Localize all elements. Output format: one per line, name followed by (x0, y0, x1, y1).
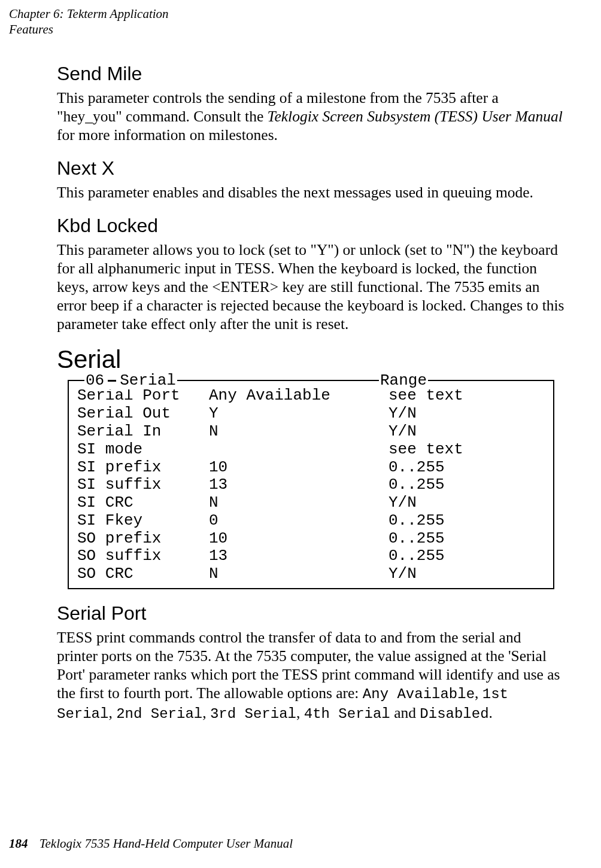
cell-value: 10 (209, 459, 388, 477)
cell-name: SI prefix (77, 459, 209, 477)
manual-title: Teklogix 7535 Hand-Held Computer User Ma… (40, 836, 293, 851)
cell-range: Y/N (388, 423, 548, 441)
table-row: SI CRC N Y/N (77, 494, 548, 512)
table-row: SI Fkey 0 0..255 (77, 512, 548, 530)
serial-panel: 06 Serial Range Serial Port Any Availabl… (68, 380, 554, 589)
cell-name: SI CRC (77, 494, 209, 512)
sep: , (202, 704, 210, 721)
manual-title-ital: Teklogix Screen Subsystem (TESS) User Ma… (268, 108, 563, 125)
table-row: SI mode see text (77, 441, 548, 459)
header-chapter: Chapter 6: Tekterm Application (9, 6, 565, 22)
cell-name: Serial In (77, 423, 209, 441)
option-2nd-serial: 2nd Serial (116, 706, 202, 722)
cell-name: SO CRC (77, 565, 209, 583)
option-any-available: Any Available (363, 686, 475, 702)
heading-serial-port: Serial Port (57, 602, 565, 625)
content: Send Mile This parameter controls the se… (57, 63, 565, 723)
period: . (489, 704, 493, 721)
table-row: SO prefix 10 0..255 (77, 530, 548, 548)
cell-value: 0 (209, 512, 388, 530)
cell-name: SO suffix (77, 547, 209, 565)
cell-range: 0..255 (388, 512, 548, 530)
option-disabled: Disabled (420, 706, 488, 722)
cell-value: N (209, 423, 388, 441)
cell-value: N (209, 494, 388, 512)
option-4th-serial: 4th Serial (304, 706, 390, 722)
header-section: Features (9, 22, 565, 37)
cell-name: SI suffix (77, 476, 209, 494)
cell-range: see text (388, 387, 548, 405)
option-3rd-serial: 3rd Serial (210, 706, 296, 722)
table-row: Serial Out Y Y/N (77, 405, 548, 423)
cell-range: 0..255 (388, 476, 548, 494)
cell-value: N (209, 565, 388, 583)
table-row: Serial In N Y/N (77, 423, 548, 441)
cell-value: 13 (209, 547, 388, 565)
page-number: 184 (9, 836, 28, 851)
heading-send-mile: Send Mile (57, 63, 565, 85)
table-row: SO CRC N Y/N (77, 565, 548, 583)
heading-next-x: Next X (57, 157, 565, 179)
cell-range: Y/N (388, 405, 548, 423)
cell-name: SI mode (77, 441, 209, 459)
serial-panel-box: Serial Port Any Available see text Seria… (68, 380, 554, 589)
paragraph-kbd-locked: This parameter allows you to lock (set t… (57, 240, 565, 334)
table-row: SI suffix 13 0..255 (77, 476, 548, 494)
paragraph-send-mile: This parameter controls the sending of a… (57, 89, 565, 144)
cell-name: Serial Out (77, 405, 209, 423)
cell-range: see text (388, 441, 548, 459)
and-word: and (390, 704, 420, 721)
table-row: SI prefix 10 0..255 (77, 459, 548, 477)
cell-value: Y (209, 405, 388, 423)
footer: 184 Teklogix 7535 Hand-Held Computer Use… (9, 836, 293, 851)
paragraph-serial-port: TESS print commands control the transfer… (57, 628, 565, 723)
cell-name: SO prefix (77, 530, 209, 548)
cell-value: Any Available (209, 387, 388, 405)
cell-range: Y/N (388, 494, 548, 512)
heading-kbd-locked: Kbd Locked (57, 215, 565, 237)
sep: , (296, 704, 304, 721)
cell-range: 0..255 (388, 547, 548, 565)
page: Chapter 6: Tekterm Application Features … (0, 0, 601, 868)
heading-serial: Serial (57, 345, 565, 374)
sep: , (108, 704, 116, 721)
cell-name: SI Fkey (77, 512, 209, 530)
table-row: SO suffix 13 0..255 (77, 547, 548, 565)
paragraph-next-x: This parameter enables and disables the … (57, 183, 565, 202)
cell-value (209, 441, 388, 459)
sep: , (475, 684, 482, 702)
table-row: Serial Port Any Available see text (77, 387, 548, 405)
cell-value: 10 (209, 530, 388, 548)
cell-range: 0..255 (388, 459, 548, 477)
cell-range: Y/N (388, 565, 548, 583)
text: for more information on milestones. (57, 126, 278, 144)
cell-value: 13 (209, 476, 388, 494)
cell-name: Serial Port (77, 387, 209, 405)
running-header: Chapter 6: Tekterm Application Features (9, 6, 565, 38)
cell-range: 0..255 (388, 530, 548, 548)
